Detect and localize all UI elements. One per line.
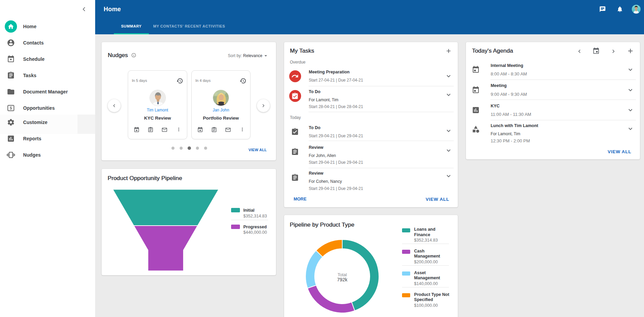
legend-divider: [402, 287, 449, 287]
history-icon[interactable]: [240, 77, 246, 84]
carousel-dot-active[interactable]: [188, 146, 191, 150]
divider: [309, 141, 454, 141]
tasks-more-link[interactable]: MORE: [294, 197, 307, 201]
more-vert-icon[interactable]: [240, 127, 245, 133]
sidebar-item-contacts[interactable]: Contacts: [0, 35, 95, 50]
notifications-icon[interactable]: [616, 6, 623, 13]
expand-icon[interactable]: [627, 125, 634, 133]
legend-value: $352,314.83: [414, 238, 438, 243]
legend-value: $140,000.00: [414, 281, 438, 286]
contact-name-link[interactable]: Jan John: [192, 108, 250, 112]
divider: [490, 100, 636, 100]
tasks-view-all-link[interactable]: VIEW ALL: [425, 197, 449, 202]
carousel-dot[interactable]: [204, 147, 207, 150]
more-vert-icon[interactable]: [176, 127, 181, 133]
expand-icon[interactable]: [627, 106, 634, 114]
tab-my-contacts-recent-activities[interactable]: MY CONTACTS' RECENT ACTIVITIES: [149, 18, 229, 34]
sidebar-item-schedule[interactable]: Schedule: [0, 52, 95, 67]
info-icon[interactable]: [131, 53, 136, 58]
divider: [309, 112, 454, 112]
contact-avatar[interactable]: [150, 90, 166, 106]
sidebar-item-nudges[interactable]: Nudges: [0, 147, 95, 162]
agenda-next-day-icon[interactable]: [610, 48, 617, 55]
shapes-icon: [472, 125, 480, 133]
redo-icon: [289, 70, 301, 82]
history-icon[interactable]: [176, 77, 183, 84]
legend-value: $440,000.00: [243, 230, 267, 235]
expand-icon[interactable]: [627, 66, 634, 73]
pipeline-by-product-type-card: Pipeline by Product Type Total 792k Loan…: [284, 215, 458, 317]
calendar-icon: [472, 86, 480, 94]
carousel-dot[interactable]: [179, 147, 182, 150]
product-opportunity-pipeline-card: Product Opportunity Pipeline Initial $35…: [102, 169, 276, 275]
legend-label: Initial: [243, 208, 255, 213]
donut-center-value: 792k: [284, 277, 400, 282]
legend-swatch-cash: [402, 250, 410, 254]
carousel-dot[interactable]: [171, 147, 174, 150]
tab-summary[interactable]: SUMMARY: [114, 18, 149, 34]
carousel-dot[interactable]: [196, 147, 199, 150]
sidebar-item-opportunities[interactable]: Opportunities: [0, 101, 95, 116]
due-label: In 4 days: [195, 78, 211, 83]
legend-divider: [231, 220, 268, 220]
tab-bar: SUMMARY MY CONTACTS' RECENT ACTIVITIES: [95, 18, 644, 34]
home-icon: [5, 20, 17, 33]
agenda-add-icon[interactable]: [627, 47, 634, 55]
bar-chart-icon: [7, 135, 15, 143]
expand-icon[interactable]: [445, 91, 452, 99]
active-tab-indicator: [114, 33, 149, 34]
clipboard-check-icon: [289, 90, 301, 102]
clipboard-icon: [291, 174, 299, 182]
chevron-down-icon[interactable]: [263, 53, 269, 59]
donut-segment[interactable]: [308, 285, 355, 313]
sidebar-collapse-button[interactable]: [80, 5, 88, 13]
dashboard-content: Nudges Sort by: Relevance In 5 days: [95, 34, 644, 317]
due-label: In 5 days: [132, 78, 147, 83]
expand-icon[interactable]: [627, 86, 634, 94]
clipboard-icon[interactable]: [211, 127, 217, 133]
calendar-icon[interactable]: [197, 127, 203, 133]
carousel-next-button[interactable]: [257, 99, 270, 112]
nudge-action-title: Portfolio Review: [192, 116, 250, 121]
contact-name-link[interactable]: Tim Lamont: [128, 108, 187, 112]
calendar-icon[interactable]: [134, 127, 140, 133]
my-tasks-card: My Tasks Overdue Meeting Preparation Sta…: [284, 42, 458, 207]
legend-swatch-not-specified: [402, 293, 410, 297]
mail-icon[interactable]: [225, 127, 231, 133]
vibration-icon: [7, 151, 15, 159]
sort-by-control[interactable]: Sort by: Relevance: [228, 53, 262, 58]
nudge-card-portfolio-review[interactable]: In 4 days Jan John Portfolio Review: [191, 70, 250, 139]
donut-center-label: Total: [284, 272, 400, 277]
nudge-card-kyc-review[interactable]: In 5 days Tim Lamont KYC Review: [128, 70, 187, 139]
legend-label: Product Type Not Specified: [414, 292, 452, 303]
sidebar-item-tasks[interactable]: Tasks: [0, 68, 95, 83]
agenda-calendar-icon[interactable]: [592, 47, 600, 55]
funnel-segment-progressed[interactable]: [134, 226, 197, 270]
expand-icon[interactable]: [445, 172, 452, 180]
sidebar-item-document-manager[interactable]: Document Manager: [0, 84, 95, 99]
sidebar-item-home[interactable]: Home: [0, 19, 95, 34]
clipboard-icon[interactable]: [147, 127, 154, 133]
agenda-view-all-link[interactable]: VIEW ALL: [608, 149, 631, 154]
expand-icon[interactable]: [445, 72, 452, 80]
legend-divider: [402, 265, 449, 266]
contact-avatar[interactable]: [213, 90, 229, 106]
legend-value: $200,000.00: [414, 260, 438, 264]
user-avatar[interactable]: [632, 5, 641, 14]
page-title: Home: [104, 6, 121, 13]
expand-icon[interactable]: [445, 127, 452, 135]
legend-label: Loans and Finance: [414, 227, 448, 238]
chat-icon[interactable]: [599, 6, 606, 13]
divider: [490, 120, 636, 120]
funnel-segment-initial[interactable]: [113, 190, 218, 225]
add-task-icon[interactable]: [445, 48, 452, 54]
carousel-prev-button[interactable]: [108, 99, 121, 112]
nudges-view-all-link[interactable]: VIEW ALL: [248, 148, 267, 152]
expand-icon[interactable]: [445, 147, 452, 154]
todays-agenda-card: Today's Agenda Internal Meeting 8:00 AM …: [466, 42, 640, 159]
mail-icon[interactable]: [161, 127, 168, 133]
donut-segment[interactable]: [306, 250, 323, 288]
legend-swatch-progressed: [231, 225, 240, 229]
agenda-prev-day-icon[interactable]: [576, 48, 583, 55]
donut-segment[interactable]: [316, 240, 342, 257]
